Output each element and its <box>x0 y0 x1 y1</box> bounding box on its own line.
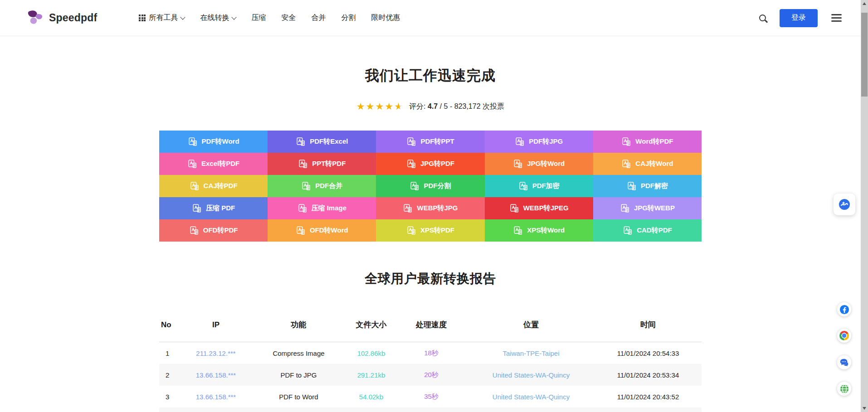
document-convert-icon <box>188 137 198 147</box>
document-convert-icon <box>187 159 197 169</box>
nav-item-label: 限时优惠 <box>371 13 400 23</box>
document-convert-icon <box>513 159 523 169</box>
immersive-translate-widget[interactable] <box>834 194 855 215</box>
tools-grid: PDF转Word PDF转Excel PDF转PPT PDF转JPG <box>159 131 702 242</box>
table-cell: 1 <box>159 349 182 357</box>
tool-cell-label: WEBP转JPG <box>417 204 458 213</box>
tool-cell[interactable]: PDF转JPG <box>485 131 593 153</box>
document-convert-icon <box>192 204 202 213</box>
document-convert-icon <box>621 137 631 147</box>
star-half-icon: ★ <box>394 101 404 111</box>
chat-button[interactable] <box>837 355 851 369</box>
tool-cell[interactable]: Word转PDF <box>593 131 702 153</box>
tool-cell[interactable]: CAJ转PDF <box>159 175 268 197</box>
scrollbar-track[interactable] <box>861 0 868 412</box>
tool-cell[interactable]: 压缩 Image <box>268 197 376 219</box>
table-cell: United States-WA-Quincy <box>468 371 595 379</box>
document-convert-icon <box>515 137 525 147</box>
tool-cell[interactable]: CAD转PDF <box>593 219 702 242</box>
header: Speedpdf 所有工具 在线转换 压缩 安全 合并 分割 限时优惠 登录 <box>0 0 868 36</box>
tool-cell[interactable]: WEBP转JPG <box>376 197 484 219</box>
chrome-button[interactable] <box>837 329 851 343</box>
tool-cell-label: PDF转PPT <box>420 137 454 146</box>
report-title: 全球用户最新转换报告 <box>0 270 861 288</box>
login-button[interactable]: 登录 <box>780 9 818 27</box>
rating-score: 4.7 <box>428 102 438 110</box>
main-nav: 所有工具 在线转换 压缩 安全 合并 分割 限时优惠 <box>139 13 400 23</box>
tool-cell-label: CAJ转Word <box>635 160 673 168</box>
nav-item[interactable]: 压缩 <box>251 13 266 23</box>
nav-item[interactable]: 所有工具 <box>139 13 185 23</box>
document-convert-icon <box>620 204 630 213</box>
table-cell: 13.66.158.*** <box>182 371 250 379</box>
globe-button[interactable] <box>837 382 851 396</box>
menu-icon[interactable] <box>831 17 842 19</box>
nav-item[interactable]: 在线转换 <box>200 13 236 23</box>
tool-cell[interactable]: PDF解密 <box>593 175 702 197</box>
tool-cell[interactable]: JPG转WEBP <box>593 197 702 219</box>
scrollbar-up-arrow-icon[interactable] <box>863 2 866 5</box>
nav-item[interactable]: 安全 <box>281 13 296 23</box>
tool-cell[interactable]: PDF转Excel <box>268 131 376 153</box>
search-icon[interactable] <box>759 15 766 21</box>
table-cell: 20秒 <box>395 371 468 379</box>
scrollbar-thumb[interactable] <box>861 13 868 97</box>
tool-cell-label: JPG转WEBP <box>634 204 675 213</box>
tool-cell[interactable]: CAJ转Word <box>593 153 702 175</box>
nav-item[interactable]: 合并 <box>311 13 326 23</box>
table-cell: 35秒 <box>395 393 468 401</box>
column-header: No <box>159 320 182 330</box>
tool-cell[interactable]: PDF转Word <box>159 131 268 153</box>
nav-item[interactable]: 限时优惠 <box>371 13 400 23</box>
tool-cell[interactable]: XPS转Word <box>485 219 593 242</box>
tool-cell[interactable]: XPS转PDF <box>376 219 484 242</box>
document-convert-icon <box>403 204 413 213</box>
tool-cell-label: WEBP转JPEG <box>523 204 569 213</box>
header-right: 登录 <box>759 9 842 27</box>
tool-cell[interactable]: PDF合并 <box>268 175 376 197</box>
table-cell: 3 <box>159 393 182 401</box>
table-row: 313.66.158.***PDF to Word54.02kb35秒Unite… <box>159 386 702 407</box>
tool-cell[interactable]: JPG转Word <box>485 153 593 175</box>
column-header: IP <box>182 320 250 330</box>
nav-item[interactable]: 分割 <box>341 13 356 23</box>
report-body: 1211.23.12.***Compress Image102.86kb18秒T… <box>159 342 702 412</box>
table-cell: 11/01/2024 20:53:34 <box>595 371 702 379</box>
rating-label: 评分: <box>409 102 425 110</box>
tool-cell-label: OFD转Word <box>310 226 348 235</box>
nav-item-label: 所有工具 <box>149 13 178 23</box>
tool-cell[interactable]: PDF分割 <box>376 175 484 197</box>
tool-cell[interactable]: WEBP转JPEG <box>485 197 593 219</box>
brand[interactable]: Speedpdf <box>25 9 97 28</box>
star-rating-icons: ★★★★★ <box>356 101 404 112</box>
tool-cell[interactable]: OFD转PDF <box>159 219 268 242</box>
page-content: 我们让工作迅速完成 ★★★★★ 评分: 4.7 / 5 - 823,172 次投… <box>0 66 861 412</box>
tool-cell-label: PDF转Excel <box>310 137 348 146</box>
chevron-down-icon <box>232 15 237 19</box>
tool-cell-label: PDF分割 <box>424 182 451 190</box>
tool-cell[interactable]: 压缩 PDF <box>159 197 268 219</box>
page-title: 我们让工作迅速完成 <box>0 66 861 85</box>
tool-cell-label: Word转PDF <box>635 137 673 146</box>
table-cell: 11/01/2024 20:54:33 <box>595 349 702 357</box>
document-convert-icon <box>513 226 523 236</box>
table-row: 1211.23.12.***Compress Image102.86kb18秒T… <box>159 342 702 364</box>
chat-icon <box>839 358 849 367</box>
tool-cell[interactable]: PPT转PDF <box>268 153 376 175</box>
table-row: 213.66.158.***PDF to JPG291.21kb20秒Unite… <box>159 364 702 386</box>
table-cell: PDF to JPG <box>250 371 347 379</box>
tool-cell[interactable]: OFD转Word <box>268 219 376 242</box>
star-full-icon: ★ <box>385 101 394 111</box>
tool-cell-label: CAJ转PDF <box>204 182 238 190</box>
chevron-down-icon <box>180 15 185 19</box>
tool-cell[interactable]: JPG转PDF <box>376 153 484 175</box>
document-convert-icon <box>296 137 306 147</box>
immersive-translate-icon <box>838 198 851 211</box>
tool-cell[interactable]: Excel转PDF <box>159 153 268 175</box>
scrollbar-down-arrow-icon[interactable] <box>863 407 866 410</box>
chrome-icon <box>839 331 849 340</box>
tool-cell[interactable]: PDF转PPT <box>376 131 484 153</box>
tool-cell[interactable]: PDF加密 <box>485 175 593 197</box>
facebook-button[interactable] <box>837 302 851 316</box>
nav-item-label: 压缩 <box>251 13 266 23</box>
